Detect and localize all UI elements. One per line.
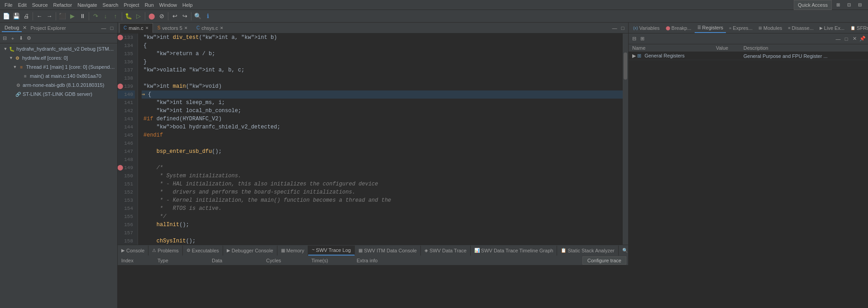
- tab-search[interactable]: 🔍 Search: [619, 246, 628, 256]
- quick-access-input[interactable]: Quick Access: [794, 0, 832, 10]
- tree-debug-session[interactable]: ▼ 🐛 hydrafw_hydranfc_shield_v2 Debug [ST…: [0, 44, 117, 53]
- expand-general-icon[interactable]: ▶: [632, 53, 636, 58]
- tab-chsys-c-close[interactable]: ✕: [220, 26, 224, 30]
- menu-file[interactable]: File: [2, 1, 15, 9]
- tab-debugger-console[interactable]: ▶ Debugger Console: [223, 246, 277, 256]
- editor-scrollbar[interactable]: [623, 33, 628, 245]
- right-tab-breakpoints[interactable]: ⬤ Breakp...: [663, 23, 694, 33]
- left-panel: Debug ✕ Project Explorer — □ ⊟ + ⬇ ⚙ ▼ 🐛…: [0, 23, 118, 308]
- tab-swv-trace-log[interactable]: ~ SWV Trace Log: [308, 246, 355, 256]
- step-over-btn[interactable]: ↷: [91, 12, 100, 21]
- right-tab-modules-label: Modules: [763, 25, 782, 31]
- forward-btn[interactable]: →: [45, 12, 54, 21]
- menu-source[interactable]: Source: [29, 1, 51, 9]
- reg-minimize-btn[interactable]: —: [835, 35, 842, 43]
- save-btn[interactable]: 💾: [12, 12, 21, 21]
- menu-window[interactable]: Window: [157, 1, 180, 9]
- menu-help[interactable]: Help: [180, 1, 196, 9]
- minimize-left-btn[interactable]: —: [100, 24, 107, 32]
- tab-swv-data-trace[interactable]: ◈ SWV Data Trace: [421, 246, 471, 256]
- bottom-panel: ▶ Console ⚠ Problems ⚙ Executables ▶ Deb…: [118, 245, 628, 308]
- menu-search[interactable]: Search: [100, 1, 121, 9]
- sep-7: [191, 12, 191, 20]
- print-btn[interactable]: 🖨: [22, 12, 31, 21]
- run-btn[interactable]: ▷: [134, 12, 143, 21]
- arrow-down-icon[interactable]: ⬇: [17, 35, 24, 42]
- right-tab-expressions[interactable]: = Expres...: [726, 23, 755, 33]
- right-tab-live-exec-label: Live Ex...: [824, 25, 844, 31]
- tab-vectors-s[interactable]: S vectors 5 ✕: [153, 23, 192, 33]
- layout-btn-1[interactable]: ⊞: [834, 0, 843, 9]
- registers-table: Name Value Description ▶ ⊞ General Regis…: [629, 44, 868, 60]
- tab-main-c-icon: C: [124, 25, 127, 30]
- pause-btn[interactable]: ⏸: [78, 12, 87, 21]
- layout-btn-2[interactable]: ⊡: [844, 0, 854, 9]
- tree-thread[interactable]: ▼ ≡ Thread #1 [main] 1 [core: 0] (Suspen…: [0, 62, 117, 71]
- tab-swv-data-trace-label: SWV Data Trace: [429, 248, 467, 253]
- table-row[interactable]: ▶ ⊞ General Registers General Purpose an…: [629, 52, 868, 60]
- tab-problems[interactable]: ⚠ Problems: [148, 246, 182, 256]
- right-tab-registers[interactable]: ☰ Registers: [695, 23, 726, 33]
- undo-btn[interactable]: ↩: [170, 12, 179, 21]
- sep-1: [33, 12, 33, 20]
- editor-minimize-btn[interactable]: —: [611, 24, 618, 32]
- collapse-all-icon[interactable]: ⊟: [1, 35, 8, 42]
- right-tab-disassemble[interactable]: ≡ Disasse...: [785, 23, 816, 33]
- right-tab-variables[interactable]: (x) Variables: [630, 23, 663, 33]
- tab-executables[interactable]: ⚙ Executables: [183, 246, 223, 256]
- tab-main-c[interactable]: C main.c ✕: [119, 23, 153, 33]
- tab-static-stack[interactable]: 📋 Static Stack Analyzer: [557, 246, 618, 256]
- stop-btn[interactable]: ⬛: [58, 12, 67, 21]
- debug-btn[interactable]: 🐛: [124, 12, 133, 21]
- menu-edit[interactable]: Edit: [15, 1, 29, 9]
- sep-2: [56, 12, 56, 20]
- back-btn[interactable]: ←: [35, 12, 44, 21]
- tab-debug[interactable]: Debug: [2, 24, 22, 32]
- tab-memory[interactable]: ▦ Memory: [277, 246, 309, 256]
- bp-skip-btn[interactable]: ⊘: [157, 12, 166, 21]
- step-into-btn[interactable]: ↓: [101, 12, 110, 21]
- redo-btn[interactable]: ↪: [180, 12, 189, 21]
- menu-refactor[interactable]: Refactor: [51, 1, 75, 9]
- step-out-btn[interactable]: ↑: [111, 12, 120, 21]
- frame-icon: ≡: [22, 72, 29, 80]
- tab-console[interactable]: ▶ Console: [118, 246, 148, 256]
- right-tab-sfrs[interactable]: 📋 SFRs: [848, 23, 868, 33]
- maximize-left-btn[interactable]: □: [108, 24, 115, 32]
- reg-pin-btn[interactable]: 📌: [859, 35, 866, 43]
- left-panel-tabs: Debug ✕ Project Explorer — □: [0, 23, 117, 33]
- tree-gdb[interactable]: ⚙ arm-none-eabi-gdb (8.1.0.20180315): [0, 81, 117, 90]
- settings-icon[interactable]: ⚙: [25, 35, 33, 42]
- tab-main-c-close[interactable]: ✕: [145, 26, 149, 30]
- tab-swv-itm[interactable]: ▦ SWV ITM Data Console: [355, 246, 421, 256]
- right-tab-modules[interactable]: ⊞ Modules: [756, 23, 785, 33]
- add-icon[interactable]: +: [9, 35, 16, 42]
- search-btn[interactable]: 🔍: [193, 12, 202, 21]
- bp-btn[interactable]: ⬤: [147, 12, 156, 21]
- tree-elf[interactable]: ▼ ⚙ hydrafw.elf [cores: 0]: [0, 53, 117, 62]
- reg-expand-btn[interactable]: ⊞: [639, 35, 646, 43]
- reg-collapse-btn[interactable]: ⊟: [630, 35, 638, 43]
- new-btn[interactable]: 📄: [2, 12, 11, 21]
- tab-chsys-c[interactable]: C chsys.c ✕: [192, 23, 228, 33]
- editor-maximize-btn[interactable]: □: [619, 24, 626, 32]
- tab-project-explorer[interactable]: Project Explorer: [28, 24, 68, 32]
- menu-project[interactable]: Project: [121, 1, 142, 9]
- configure-trace-button[interactable]: Configure trace: [582, 256, 626, 265]
- right-tab-live-exec[interactable]: ▶ Live Ex...: [817, 23, 847, 33]
- info-btn[interactable]: ℹ: [203, 12, 212, 21]
- tree-stlink[interactable]: 🔗 ST-LINK (ST-LINK GDB server): [0, 90, 117, 99]
- editor-area: ⬤133134135136137138⬤13914014114214314414…: [118, 33, 628, 245]
- resume-btn[interactable]: ▶: [68, 12, 77, 21]
- reg-maximize-btn[interactable]: □: [843, 35, 850, 43]
- tab-swv-timeline[interactable]: 📊 SWV Data Trace Timeline Graph: [471, 246, 558, 256]
- menu-navigate[interactable]: Navigate: [75, 1, 100, 9]
- tab-vectors-s-close[interactable]: ✕: [184, 26, 188, 30]
- menu-run[interactable]: Run: [142, 1, 157, 9]
- code-editor[interactable]: "kw">int div_test("kw">int a, "kw">int b…: [138, 33, 623, 245]
- editor-scrollbar-thumb[interactable]: [624, 52, 627, 80]
- tree-frame[interactable]: ≡ main() at main.c:140 0x801aa70: [0, 71, 117, 81]
- disassemble-icon: ≡: [788, 26, 790, 30]
- reg-close-btn[interactable]: ✕: [851, 35, 858, 43]
- layout-btn-3[interactable]: ⊟: [855, 0, 864, 9]
